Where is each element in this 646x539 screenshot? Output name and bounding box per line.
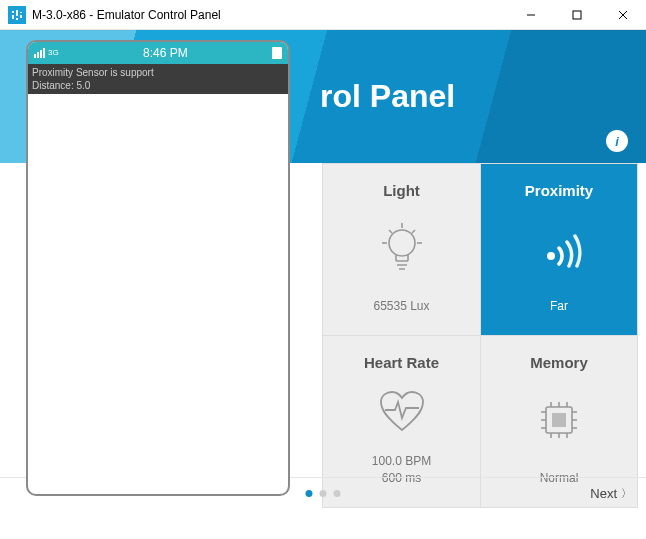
svg-point-10 xyxy=(389,230,415,256)
svg-line-15 xyxy=(412,230,415,233)
svg-rect-18 xyxy=(552,413,566,427)
next-button[interactable]: Next 〉 xyxy=(590,486,632,501)
signal-icon xyxy=(34,48,45,58)
svg-point-4 xyxy=(16,15,18,17)
device-frame: 3G 8:46 PM Proximity Sensor is support D… xyxy=(26,40,290,496)
title-bar: M-3.0-x86 - Emulator Control Panel xyxy=(0,0,646,30)
tile-light[interactable]: Light 65535 Lux xyxy=(322,163,480,336)
svg-point-3 xyxy=(12,12,14,14)
chip-icon xyxy=(536,390,582,450)
tile-light-value: 65535 Lux xyxy=(373,298,429,315)
tile-proximity-value: Far xyxy=(550,298,568,315)
clock-label: 8:46 PM xyxy=(59,46,272,60)
battery-icon xyxy=(272,47,282,59)
maximize-button[interactable] xyxy=(554,0,600,29)
tile-light-title: Light xyxy=(383,182,420,199)
svg-rect-1 xyxy=(16,10,18,20)
heart-icon xyxy=(377,382,427,442)
svg-point-5 xyxy=(20,12,22,14)
window-controls xyxy=(508,0,646,29)
window-title: M-3.0-x86 - Emulator Control Panel xyxy=(32,8,508,22)
tile-memory-title: Memory xyxy=(530,354,588,371)
network-label: 3G xyxy=(48,49,59,57)
device-screen: Proximity Sensor is support Distance: 5.… xyxy=(28,64,288,94)
banner-title: rol Panel xyxy=(320,78,455,115)
lightbulb-icon xyxy=(380,218,424,278)
app-icon xyxy=(8,6,26,24)
svg-point-16 xyxy=(547,252,555,260)
sensor-distance-text: Distance: 5.0 xyxy=(32,79,284,92)
tile-proximity-title: Proximity xyxy=(525,182,593,199)
info-icon[interactable]: i xyxy=(606,130,628,152)
content-area: rol Panel i 3G 8:46 PM Proximity Sensor … xyxy=(0,30,646,508)
sensor-grid: Light 65535 Lux Proximity xyxy=(322,163,638,508)
svg-rect-7 xyxy=(573,11,581,19)
proximity-icon xyxy=(531,218,587,278)
page-dots xyxy=(306,490,341,497)
close-button[interactable] xyxy=(600,0,646,29)
next-label: Next xyxy=(590,486,617,501)
minimize-button[interactable] xyxy=(508,0,554,29)
tile-heart-rate-title: Heart Rate xyxy=(364,354,439,371)
heart-rate-bpm: 100.0 BPM xyxy=(372,453,431,470)
tile-proximity[interactable]: Proximity Far xyxy=(480,163,638,336)
page-dot-1[interactable] xyxy=(306,490,313,497)
sensor-status-text: Proximity Sensor is support xyxy=(32,66,284,79)
chevron-right-icon: 〉 xyxy=(621,486,632,501)
device-status-bar: 3G 8:46 PM xyxy=(28,42,288,64)
page-dot-2[interactable] xyxy=(320,490,327,497)
page-dot-3[interactable] xyxy=(334,490,341,497)
svg-line-14 xyxy=(389,230,392,233)
